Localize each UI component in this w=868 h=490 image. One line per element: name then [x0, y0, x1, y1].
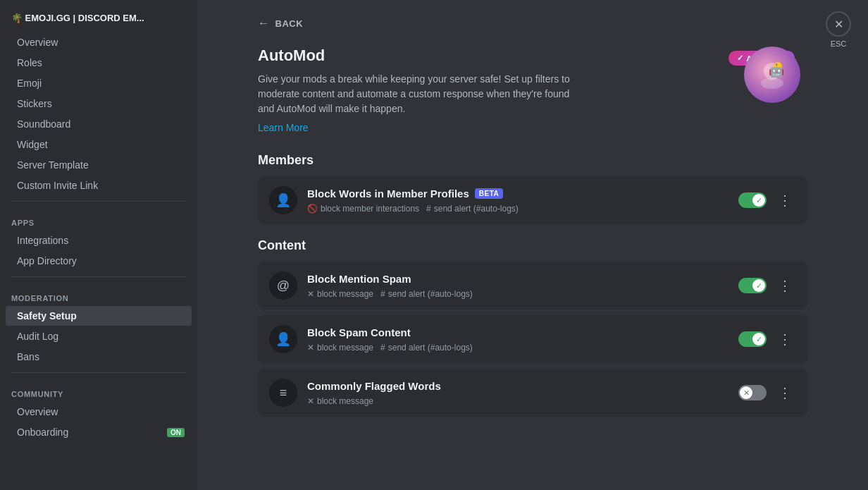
rule-tag-icon: ✕ [307, 396, 314, 406]
rule-tag-label: block message [317, 289, 373, 299]
automod-illustration: 🤖 ✓ AUTOMOD [716, 47, 807, 110]
sidebar: 🌴 EMOJI.GG | DISCORD EM... OverviewRoles… [0, 0, 197, 490]
rule-actions-block-mention-spam: ✓⋮ [738, 276, 796, 295]
rule-title-block-spam-content: Block Spam Content [307, 326, 728, 338]
sidebar-item-server-template[interactable]: Server Template [6, 155, 192, 175]
sidebar-item-soundboard[interactable]: Soundboard [6, 114, 192, 134]
rule-tag-icon: # [426, 204, 431, 214]
rule-title-text-block-words-profiles: Block Words in Member Profiles [307, 188, 469, 200]
esc-circle-icon: ✕ [826, 11, 851, 37]
rule-icon-block-words-profiles: 👤 [269, 186, 297, 214]
rule-tag-block-words-profiles-0: 🚫 block member interactions [307, 204, 419, 214]
rule-title-text-block-mention-spam: Block Mention Spam [307, 273, 411, 285]
rule-title-block-words-profiles: Block Words in Member ProfilesBETA [307, 188, 728, 200]
sidebar-item-badge-onboarding: ON [167, 428, 185, 437]
rule-info-commonly-flagged-words: Commonly Flagged Words✕ block message [307, 380, 728, 406]
rule-toggle-block-mention-spam[interactable]: ✓ [738, 278, 767, 293]
back-arrow-icon: ← [258, 17, 270, 30]
automod-header: AutoMod Give your mods a break while kee… [258, 47, 807, 133]
rule-tag-label: send alert (#auto-logs) [388, 343, 473, 353]
automod-svg: 🤖 [751, 54, 793, 96]
sidebar-item-bans[interactable]: Bans [6, 347, 192, 367]
rule-tag-icon: # [380, 289, 385, 299]
rule-info-block-spam-content: Block Spam Content✕ block message# send … [307, 326, 728, 353]
members-section-heading: Members [258, 153, 807, 168]
learn-more-link[interactable]: Learn More [258, 122, 309, 133]
moderation-section-label: MODERATION [0, 283, 197, 305]
server-title: 🌴 EMOJI.GG | DISCORD EM... [0, 7, 197, 32]
rule-tags-block-spam-content: ✕ block message# send alert (#auto-logs) [307, 343, 728, 353]
sidebar-item-safety-setup[interactable]: Safety Setup [6, 306, 192, 326]
rule-toggle-block-words-profiles[interactable]: ✓ [738, 192, 767, 208]
sidebar-item-custom-invite-link[interactable]: Custom Invite Link [6, 176, 192, 195]
rule-toggle-knob-commonly-flagged-words: ✕ [740, 386, 752, 399]
back-label: BACK [275, 18, 304, 29]
rule-card-block-mention-spam: @Block Mention Spam✕ block message# send… [258, 262, 807, 310]
rule-tag-label: block member interactions [321, 204, 419, 214]
rule-actions-commonly-flagged-words: ✕⋮ [738, 383, 796, 403]
rule-tag-icon: ✕ [307, 289, 314, 299]
rule-menu-block-mention-spam[interactable]: ⋮ [774, 276, 796, 295]
rule-title-block-mention-spam: Block Mention Spam [307, 273, 728, 285]
rule-title-text-block-spam-content: Block Spam Content [307, 326, 411, 338]
community-section-label: COMMUNITY [0, 379, 197, 401]
rule-card-block-words-profiles: 👤Block Words in Member ProfilesBETA🚫 blo… [258, 176, 807, 224]
rule-title-text-commonly-flagged-words: Commonly Flagged Words [307, 380, 441, 392]
rule-tag-block-spam-content-1: # send alert (#auto-logs) [380, 343, 473, 353]
automod-text: AutoMod Give your mods a break while kee… [258, 47, 582, 133]
beta-badge-block-words-profiles: BETA [475, 188, 503, 199]
sidebar-item-emoji[interactable]: Emoji [6, 73, 192, 93]
rule-icon-block-spam-content: 👤 [269, 325, 297, 353]
rule-icon-commonly-flagged-words: ≡ [269, 379, 297, 407]
sidebar-item-onboarding[interactable]: OnboardingON [6, 422, 192, 442]
rule-tag-label: send alert (#auto-logs) [388, 289, 473, 299]
automod-badge-check: ✓ [737, 54, 743, 63]
content-section-heading: Content [258, 238, 807, 253]
rule-tags-block-words-profiles: 🚫 block member interactions# send alert … [307, 204, 728, 214]
sidebar-item-overview[interactable]: Overview [6, 32, 192, 52]
back-button[interactable]: ← BACK [258, 17, 303, 30]
rule-menu-block-spam-content[interactable]: ⋮ [774, 329, 796, 349]
automod-illus-circle: 🤖 [744, 47, 800, 103]
rule-toggle-knob-block-mention-spam: ✓ [752, 279, 765, 292]
rule-tag-block-spam-content-0: ✕ block message [307, 343, 373, 353]
rule-tag-block-words-profiles-1: # send alert (#auto-logs) [426, 204, 519, 214]
sidebar-item-roles[interactable]: Roles [6, 53, 192, 73]
rule-tag-label: block message [317, 343, 373, 353]
rule-tag-commonly-flagged-words-0: ✕ block message [307, 396, 373, 406]
rule-info-block-words-profiles: Block Words in Member ProfilesBETA🚫 bloc… [307, 188, 728, 214]
esc-label: ESC [831, 39, 847, 48]
rule-tag-icon: ✕ [307, 343, 314, 353]
rule-tag-label: block message [317, 396, 373, 406]
main-content: ✕ ESC ← BACK AutoMod Give your mods a br… [197, 0, 868, 490]
content-rules-list: @Block Mention Spam✕ block message# send… [258, 262, 807, 417]
apps-section-label: APPS [0, 207, 197, 230]
rule-tags-commonly-flagged-words: ✕ block message [307, 396, 728, 406]
rule-actions-block-spam-content: ✓⋮ [738, 329, 796, 349]
rule-tag-block-mention-spam-0: ✕ block message [307, 289, 373, 299]
sidebar-item-audit-log[interactable]: Audit Log [6, 326, 192, 346]
rule-menu-block-words-profiles[interactable]: ⋮ [774, 190, 796, 210]
sidebar-item-widget[interactable]: Widget [6, 135, 192, 154]
rule-info-block-mention-spam: Block Mention Spam✕ block message# send … [307, 273, 728, 299]
sidebar-divider-apps [11, 201, 186, 202]
rule-card-block-spam-content: 👤Block Spam Content✕ block message# send… [258, 315, 807, 363]
rule-toggle-knob-block-spam-content: ✓ [752, 333, 765, 345]
rule-toggle-commonly-flagged-words[interactable]: ✕ [738, 385, 767, 400]
sidebar-item-community-overview[interactable]: Overview [6, 402, 192, 422]
esc-button[interactable]: ✕ ESC [826, 11, 851, 48]
rule-title-commonly-flagged-words: Commonly Flagged Words [307, 380, 728, 392]
members-rules-list: 👤Block Words in Member ProfilesBETA🚫 blo… [258, 176, 807, 224]
sidebar-divider-community [11, 372, 186, 373]
rule-actions-block-words-profiles: ✓⋮ [738, 190, 796, 210]
sidebar-item-app-directory[interactable]: App Directory [6, 251, 192, 271]
rule-icon-block-mention-spam: @ [269, 271, 297, 300]
rule-menu-commonly-flagged-words[interactable]: ⋮ [774, 383, 796, 403]
rule-toggle-block-spam-content[interactable]: ✓ [738, 331, 767, 347]
rule-tag-icon: # [380, 343, 385, 353]
rule-toggle-knob-block-words-profiles: ✓ [752, 194, 765, 207]
rule-tag-label: send alert (#auto-logs) [434, 204, 519, 214]
svg-text:🤖: 🤖 [769, 63, 785, 78]
sidebar-item-stickers[interactable]: Stickers [6, 94, 192, 114]
sidebar-item-integrations[interactable]: Integrations [6, 231, 192, 250]
